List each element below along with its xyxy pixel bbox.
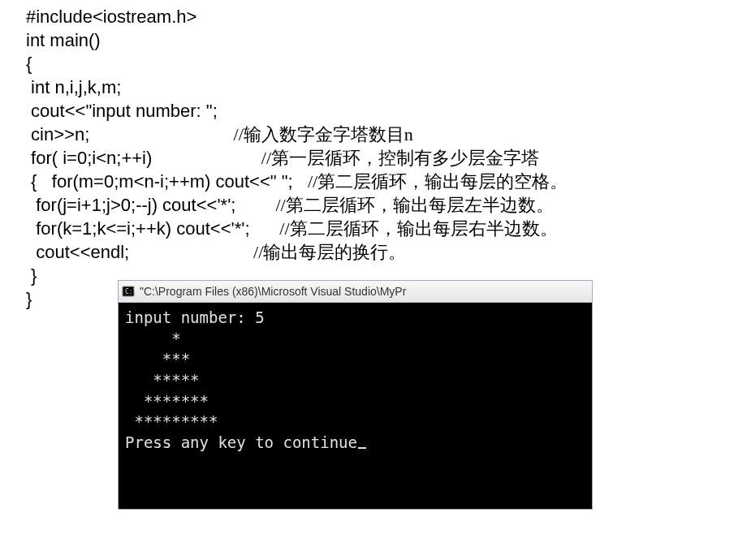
- code-line: int main(): [26, 28, 731, 52]
- code-line: cout<<"input number: ";: [26, 99, 731, 123]
- console-titlebar[interactable]: C:\ "C:\Program Files (x86)\Microsoft Vi…: [119, 281, 592, 303]
- console-line: *******: [125, 391, 585, 412]
- code-line: for( i=0;i<n;++i) //第一层循环，控制有多少层金字塔: [26, 146, 731, 170]
- svg-text:C:\: C:\: [125, 288, 135, 295]
- console-body: input number: 5 * *** ***** ******* ****…: [119, 303, 592, 509]
- console-line-press: Press any key to continue: [125, 433, 585, 454]
- code-block: #include<iostream.h> int main() { int n,…: [0, 0, 747, 311]
- cursor: [358, 447, 366, 449]
- code-line: { for(m=0;m<n-i;++m) cout<<" "; //第二层循环，…: [26, 170, 731, 193]
- code-line: for(k=1;k<=i;++k) cout<<'*'; //第二层循环，输出每…: [26, 217, 731, 240]
- code-line: for(j=i+1;j>0;--j) cout<<'*'; //第二层循环，输出…: [26, 193, 731, 217]
- terminal-icon: C:\: [122, 285, 135, 298]
- console-title: "C:\Program Files (x86)\Microsoft Visual…: [140, 285, 406, 298]
- code-line: cin>>n; //输入数字金字塔数目n: [26, 123, 731, 146]
- console-line: *: [125, 329, 585, 350]
- code-line: #include<iostream.h>: [26, 5, 731, 28]
- console-line: ***: [125, 349, 585, 370]
- console-line: *********: [125, 411, 585, 433]
- console-line: *****: [125, 370, 585, 391]
- console-window: C:\ "C:\Program Files (x86)\Microsoft Vi…: [118, 280, 593, 510]
- code-line: {: [26, 52, 731, 75]
- code-line: cout<<endl; //输出每层的换行。: [26, 240, 731, 264]
- console-line-prompt: input number: 5: [125, 308, 585, 329]
- code-line: int n,i,j,k,m;: [26, 75, 731, 99]
